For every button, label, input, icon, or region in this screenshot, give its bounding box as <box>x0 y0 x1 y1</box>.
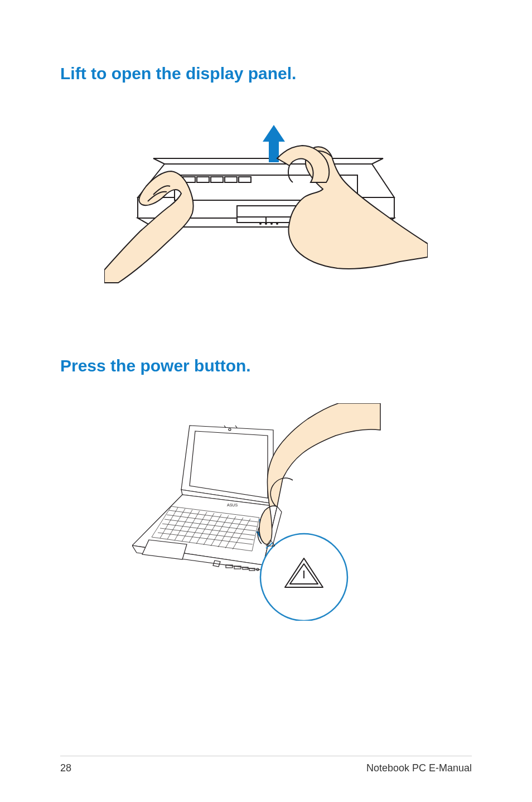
lift-display-illustration <box>104 111 428 284</box>
page-number: 28 <box>60 762 71 774</box>
svg-rect-17 <box>249 568 255 571</box>
footer-manual-title: Notebook PC E-Manual <box>366 762 472 774</box>
power-button-magnifier <box>260 534 347 621</box>
step2-heading: Press the power button. <box>60 356 472 375</box>
svg-rect-7 <box>225 177 237 182</box>
svg-rect-16 <box>243 567 248 569</box>
step1-illustration-container <box>60 111 472 284</box>
svg-point-10 <box>265 223 267 224</box>
svg-text:ASUS: ASUS <box>227 503 238 507</box>
step2-illustration-container: ASUS <box>60 403 472 621</box>
svg-rect-5 <box>197 177 209 182</box>
press-power-illustration: ASUS <box>132 403 400 621</box>
svg-rect-6 <box>211 177 223 182</box>
svg-rect-8 <box>239 177 251 182</box>
left-hand-illustration <box>104 171 194 283</box>
manual-page: Lift to open the display panel. <box>0 0 532 802</box>
footer-divider <box>60 756 472 756</box>
step1-heading: Lift to open the display panel. <box>60 64 472 83</box>
svg-point-9 <box>260 223 261 224</box>
svg-point-12 <box>277 223 278 224</box>
svg-point-11 <box>271 223 272 224</box>
